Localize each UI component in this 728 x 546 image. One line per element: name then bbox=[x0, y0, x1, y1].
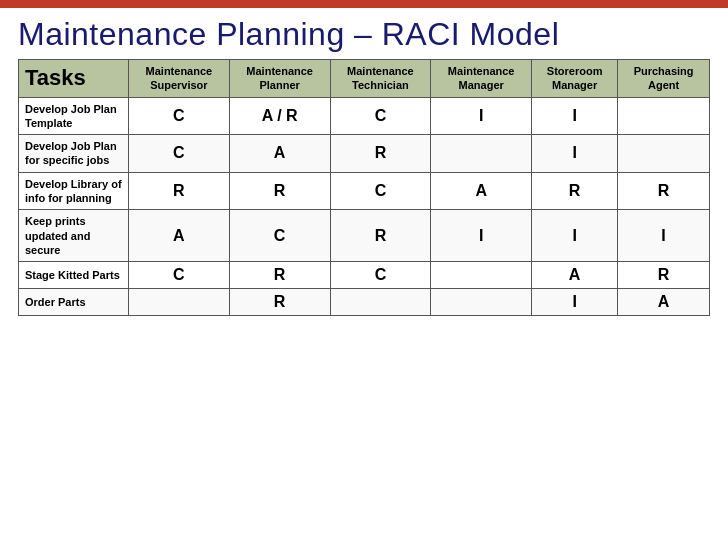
page-wrapper: Maintenance Planning – RACI Model Tasks … bbox=[0, 0, 728, 546]
raci-cell: A bbox=[431, 172, 532, 210]
task-label: Develop Library of info for planning bbox=[19, 172, 129, 210]
raci-cell: C bbox=[229, 210, 330, 262]
raci-cell: A bbox=[129, 210, 230, 262]
header-row: Tasks Maintenance Supervisor Maintenance… bbox=[19, 60, 710, 98]
title-area: Maintenance Planning – RACI Model bbox=[0, 8, 728, 59]
page-title: Maintenance Planning – RACI Model bbox=[18, 16, 710, 53]
raci-table: Tasks Maintenance Supervisor Maintenance… bbox=[18, 59, 710, 316]
task-label: Order Parts bbox=[19, 289, 129, 316]
raci-cell bbox=[431, 262, 532, 289]
raci-cell: C bbox=[129, 135, 230, 173]
raci-cell bbox=[330, 289, 431, 316]
raci-cell: R bbox=[229, 262, 330, 289]
raci-cell: R bbox=[532, 172, 618, 210]
raci-cell: I bbox=[532, 210, 618, 262]
task-label: Develop Job Plan for specific jobs bbox=[19, 135, 129, 173]
col-header-supervisor: Maintenance Supervisor bbox=[129, 60, 230, 98]
raci-cell: I bbox=[532, 97, 618, 135]
raci-cell bbox=[618, 135, 710, 173]
raci-cell: R bbox=[229, 172, 330, 210]
col-header-purchasing: Purchasing Agent bbox=[618, 60, 710, 98]
tasks-column-header: Tasks bbox=[19, 60, 129, 98]
raci-cell: A bbox=[229, 135, 330, 173]
table-row: Order PartsRIA bbox=[19, 289, 710, 316]
raci-cell bbox=[618, 97, 710, 135]
raci-cell: R bbox=[229, 289, 330, 316]
raci-cell: R bbox=[330, 210, 431, 262]
raci-cell: R bbox=[618, 262, 710, 289]
col-header-planner: Maintenance Planner bbox=[229, 60, 330, 98]
raci-cell bbox=[129, 289, 230, 316]
top-bar bbox=[0, 0, 728, 8]
raci-cell: I bbox=[431, 210, 532, 262]
raci-cell: I bbox=[618, 210, 710, 262]
raci-cell: C bbox=[129, 262, 230, 289]
table-row: Develop Library of info for planningRRCA… bbox=[19, 172, 710, 210]
table-container: Tasks Maintenance Supervisor Maintenance… bbox=[0, 59, 728, 326]
raci-cell: A / R bbox=[229, 97, 330, 135]
table-row: Stage Kitted PartsCRCAR bbox=[19, 262, 710, 289]
raci-cell: C bbox=[330, 262, 431, 289]
raci-cell: C bbox=[330, 97, 431, 135]
raci-cell: R bbox=[618, 172, 710, 210]
raci-cell bbox=[431, 135, 532, 173]
raci-cell: I bbox=[431, 97, 532, 135]
raci-cell: R bbox=[330, 135, 431, 173]
raci-cell: I bbox=[532, 135, 618, 173]
col-header-storeroom: Storeroom Manager bbox=[532, 60, 618, 98]
raci-cell: I bbox=[532, 289, 618, 316]
col-header-technician: Maintenance Technician bbox=[330, 60, 431, 98]
table-row: Develop Job Plan for specific jobsCARI bbox=[19, 135, 710, 173]
raci-cell bbox=[431, 289, 532, 316]
raci-cell: A bbox=[532, 262, 618, 289]
task-label: Keep prints updated and secure bbox=[19, 210, 129, 262]
task-label: Develop Job Plan Template bbox=[19, 97, 129, 135]
raci-cell: A bbox=[618, 289, 710, 316]
raci-cell: R bbox=[129, 172, 230, 210]
task-label: Stage Kitted Parts bbox=[19, 262, 129, 289]
table-row: Develop Job Plan TemplateCA / RCII bbox=[19, 97, 710, 135]
table-row: Keep prints updated and secureACRIII bbox=[19, 210, 710, 262]
col-header-manager: Maintenance Manager bbox=[431, 60, 532, 98]
raci-cell: C bbox=[129, 97, 230, 135]
raci-cell: C bbox=[330, 172, 431, 210]
